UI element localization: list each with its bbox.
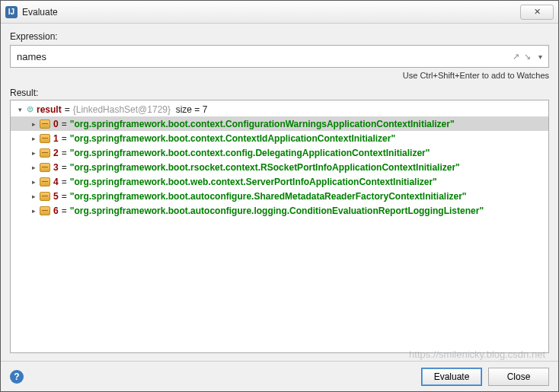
- item-index: 3: [53, 162, 59, 173]
- item-index: 1: [53, 133, 59, 144]
- result-root-row[interactable]: ⊜ result = {LinkedHashSet@1729} size = 7: [11, 102, 548, 116]
- table-row[interactable]: 6="org.springframework.boot.autoconfigur…: [11, 203, 548, 218]
- tree-arrow-icon[interactable]: [29, 193, 38, 200]
- item-index: 4: [53, 177, 59, 187]
- expression-hint: Use Ctrl+Shift+Enter to add to Watches: [10, 71, 549, 80]
- tree-arrow-icon[interactable]: [29, 149, 38, 157]
- watch-icon: ⊜: [24, 104, 35, 115]
- field-icon: [40, 177, 50, 186]
- item-index: 0: [53, 119, 59, 129]
- field-icon: [40, 120, 50, 129]
- expression-history-dropdown[interactable]: ▾: [538, 53, 542, 61]
- evaluate-button[interactable]: Evaluate: [421, 368, 482, 386]
- field-icon: [40, 134, 50, 143]
- field-icon: [40, 148, 50, 158]
- field-icon: [40, 192, 50, 201]
- field-icon: [40, 206, 50, 215]
- evaluate-dialog: IJ Evaluate ✕ Expression: names ↗ ↘ ▾ Us…: [0, 0, 559, 392]
- close-button[interactable]: Close: [488, 368, 549, 386]
- content-area: Expression: names ↗ ↘ ▾ Use Ctrl+Shift+E…: [1, 24, 558, 361]
- equals-sign: =: [62, 206, 67, 216]
- equals-sign: =: [65, 104, 70, 115]
- app-icon: IJ: [5, 6, 18, 18]
- table-row[interactable]: 5="org.springframework.boot.autoconfigur…: [11, 189, 548, 203]
- tree-arrow-icon[interactable]: [29, 207, 38, 215]
- dialog-footer: ? Evaluate Close: [1, 361, 558, 391]
- table-row[interactable]: 4="org.springframework.boot.web.context.…: [11, 174, 548, 189]
- result-label: Result:: [10, 88, 549, 98]
- equals-sign: =: [62, 191, 67, 202]
- expression-label: Expression:: [10, 31, 549, 42]
- result-size: size = 7: [176, 104, 208, 115]
- tree-arrow-icon[interactable]: [29, 135, 38, 142]
- item-index: 2: [53, 148, 59, 158]
- equals-sign: =: [62, 177, 67, 187]
- item-index: 5: [53, 191, 59, 202]
- expression-input[interactable]: names: [17, 51, 508, 62]
- result-type: {LinkedHashSet@1729}: [73, 104, 171, 115]
- equals-sign: =: [62, 133, 67, 144]
- tree-arrow-icon[interactable]: [29, 120, 38, 128]
- item-index: 6: [53, 206, 59, 216]
- item-value: "org.springframework.boot.autoconfigure.…: [70, 191, 467, 202]
- help-button[interactable]: ?: [10, 370, 24, 384]
- equals-sign: =: [62, 119, 67, 129]
- item-value: "org.springframework.boot.web.context.Se…: [70, 177, 437, 187]
- tree-arrow-icon[interactable]: [29, 178, 38, 186]
- expression-input-wrapper: names ↗ ↘ ▾: [10, 45, 549, 68]
- result-tree[interactable]: ⊜ result = {LinkedHashSet@1729} size = 7…: [10, 100, 549, 353]
- table-row[interactable]: 0="org.springframework.boot.context.Conf…: [11, 116, 548, 131]
- item-value: "org.springframework.boot.context.Config…: [70, 119, 455, 129]
- result-var-name: result: [37, 104, 62, 115]
- field-icon: [40, 163, 50, 172]
- table-row[interactable]: 3="org.springframework.boot.rsocket.cont…: [11, 160, 548, 174]
- item-value: "org.springframework.boot.context.config…: [70, 148, 430, 158]
- table-row[interactable]: 2="org.springframework.boot.context.conf…: [11, 145, 548, 160]
- tree-arrow-icon[interactable]: [15, 106, 24, 113]
- collapse-expression-icon[interactable]: ↘: [524, 52, 531, 62]
- window-close-button[interactable]: ✕: [520, 5, 554, 20]
- window-title: Evaluate: [22, 7, 520, 18]
- tree-arrow-icon[interactable]: [29, 164, 38, 171]
- item-value: "org.springframework.boot.context.Contex…: [70, 133, 395, 144]
- table-row[interactable]: 1="org.springframework.boot.context.Cont…: [11, 131, 548, 145]
- item-value: "org.springframework.boot.rsocket.contex…: [70, 162, 460, 173]
- titlebar: IJ Evaluate ✕: [1, 1, 558, 24]
- equals-sign: =: [62, 162, 67, 173]
- equals-sign: =: [62, 148, 67, 158]
- item-value: "org.springframework.boot.autoconfigure.…: [70, 206, 484, 216]
- expand-expression-icon[interactable]: ↗: [513, 52, 519, 62]
